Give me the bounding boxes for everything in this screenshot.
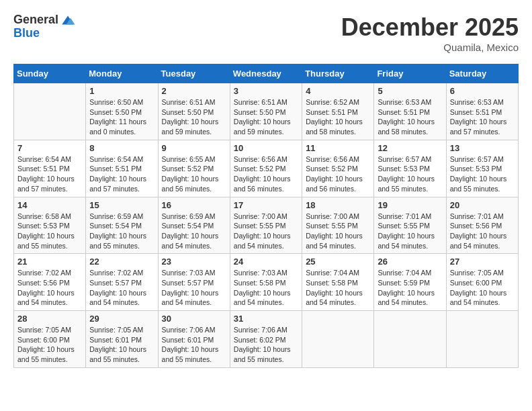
day-number: 12 [378, 143, 442, 153]
day-number: 20 [450, 200, 515, 210]
day-info: Sunrise: 7:00 AMSunset: 5:55 PMDaylight:… [234, 212, 298, 251]
day-cell: 1Sunrise: 6:50 AMSunset: 5:50 PMDaylight… [86, 83, 158, 140]
day-info: Sunrise: 6:51 AMSunset: 5:50 PMDaylight:… [162, 97, 226, 137]
day-number: 28 [17, 314, 82, 324]
day-info: Sunrise: 7:06 AMSunset: 6:01 PMDaylight:… [162, 325, 226, 365]
day-info: Sunrise: 6:59 AMSunset: 5:54 PMDaylight:… [89, 212, 154, 251]
logo-icon [60, 13, 76, 27]
day-info: Sunrise: 7:02 AMSunset: 5:56 PMDaylight:… [17, 268, 82, 308]
day-info: Sunrise: 7:04 AMSunset: 5:59 PMDaylight:… [378, 268, 442, 308]
page-header: General Blue December 2025 Quamila, Mexi… [13, 13, 519, 53]
col-header-sunday: Sunday [14, 64, 86, 83]
day-cell: 27Sunrise: 7:05 AMSunset: 6:00 PMDayligh… [446, 254, 518, 311]
day-number: 11 [306, 143, 370, 153]
day-info: Sunrise: 7:00 AMSunset: 5:55 PMDaylight:… [306, 212, 370, 251]
day-number: 10 [234, 143, 298, 153]
day-cell: 16Sunrise: 6:59 AMSunset: 5:54 PMDayligh… [158, 197, 230, 254]
day-cell: 24Sunrise: 7:03 AMSunset: 5:58 PMDayligh… [230, 254, 302, 311]
day-cell: 6Sunrise: 6:53 AMSunset: 5:51 PMDaylight… [446, 83, 518, 140]
day-info: Sunrise: 7:04 AMSunset: 5:58 PMDaylight:… [306, 268, 370, 308]
day-info: Sunrise: 7:05 AMSunset: 6:00 PMDaylight:… [17, 325, 82, 365]
week-row-5: 28Sunrise: 7:05 AMSunset: 6:00 PMDayligh… [14, 311, 519, 368]
day-cell: 14Sunrise: 6:58 AMSunset: 5:53 PMDayligh… [14, 197, 86, 254]
week-row-2: 7Sunrise: 6:54 AMSunset: 5:51 PMDaylight… [14, 140, 519, 197]
day-number: 9 [162, 143, 226, 153]
day-cell [446, 311, 518, 368]
day-cell: 18Sunrise: 7:00 AMSunset: 5:55 PMDayligh… [302, 197, 374, 254]
day-cell: 23Sunrise: 7:03 AMSunset: 5:57 PMDayligh… [158, 254, 230, 311]
day-info: Sunrise: 6:54 AMSunset: 5:51 PMDaylight:… [89, 154, 154, 194]
day-cell: 29Sunrise: 7:05 AMSunset: 6:01 PMDayligh… [86, 311, 158, 368]
day-cell: 28Sunrise: 7:05 AMSunset: 6:00 PMDayligh… [14, 311, 86, 368]
day-info: Sunrise: 7:06 AMSunset: 6:02 PMDaylight:… [234, 325, 298, 365]
day-cell: 31Sunrise: 7:06 AMSunset: 6:02 PMDayligh… [230, 311, 302, 368]
col-header-friday: Friday [374, 64, 446, 83]
location: Quamila, Mexico [341, 42, 519, 53]
day-number: 15 [89, 200, 154, 210]
day-number: 13 [450, 143, 515, 153]
day-cell: 2Sunrise: 6:51 AMSunset: 5:50 PMDaylight… [158, 83, 230, 140]
week-row-3: 14Sunrise: 6:58 AMSunset: 5:53 PMDayligh… [14, 197, 519, 254]
day-cell: 4Sunrise: 6:52 AMSunset: 5:51 PMDaylight… [302, 83, 374, 140]
day-number: 29 [89, 314, 154, 324]
col-header-tuesday: Tuesday [158, 64, 230, 83]
day-number: 24 [234, 257, 298, 267]
day-number: 31 [234, 314, 298, 324]
day-cell: 12Sunrise: 6:57 AMSunset: 5:53 PMDayligh… [374, 140, 446, 197]
week-row-4: 21Sunrise: 7:02 AMSunset: 5:56 PMDayligh… [14, 254, 519, 311]
day-info: Sunrise: 7:01 AMSunset: 5:55 PMDaylight:… [378, 212, 442, 251]
day-info: Sunrise: 6:51 AMSunset: 5:50 PMDaylight:… [234, 97, 298, 137]
col-header-saturday: Saturday [446, 64, 518, 83]
day-cell: 7Sunrise: 6:54 AMSunset: 5:51 PMDaylight… [14, 140, 86, 197]
day-number: 6 [450, 86, 515, 96]
day-number: 26 [378, 257, 442, 267]
day-number: 25 [306, 257, 370, 267]
day-info: Sunrise: 6:55 AMSunset: 5:52 PMDaylight:… [162, 154, 226, 194]
day-number: 4 [306, 86, 370, 96]
day-info: Sunrise: 7:05 AMSunset: 6:00 PMDaylight:… [450, 268, 515, 308]
day-cell [302, 311, 374, 368]
day-cell [374, 311, 446, 368]
day-info: Sunrise: 7:01 AMSunset: 5:56 PMDaylight:… [450, 212, 515, 251]
day-info: Sunrise: 6:53 AMSunset: 5:51 PMDaylight:… [450, 97, 515, 137]
day-cell: 22Sunrise: 7:02 AMSunset: 5:57 PMDayligh… [86, 254, 158, 311]
col-header-wednesday: Wednesday [230, 64, 302, 83]
calendar-table: SundayMondayTuesdayWednesdayThursdayFrid… [13, 64, 519, 368]
day-cell: 13Sunrise: 6:57 AMSunset: 5:53 PMDayligh… [446, 140, 518, 197]
title-block: December 2025 Quamila, Mexico [341, 13, 519, 53]
day-info: Sunrise: 6:57 AMSunset: 5:53 PMDaylight:… [450, 154, 515, 194]
day-info: Sunrise: 7:05 AMSunset: 6:01 PMDaylight:… [89, 325, 154, 365]
day-number: 8 [89, 143, 154, 153]
day-number: 2 [162, 86, 226, 96]
day-cell: 15Sunrise: 6:59 AMSunset: 5:54 PMDayligh… [86, 197, 158, 254]
day-cell [14, 83, 86, 140]
day-info: Sunrise: 7:02 AMSunset: 5:57 PMDaylight:… [89, 268, 154, 308]
day-info: Sunrise: 6:58 AMSunset: 5:53 PMDaylight:… [17, 212, 82, 251]
day-info: Sunrise: 6:52 AMSunset: 5:51 PMDaylight:… [306, 97, 370, 137]
day-cell: 10Sunrise: 6:56 AMSunset: 5:52 PMDayligh… [230, 140, 302, 197]
day-cell: 30Sunrise: 7:06 AMSunset: 6:01 PMDayligh… [158, 311, 230, 368]
day-number: 16 [162, 200, 226, 210]
day-cell: 25Sunrise: 7:04 AMSunset: 5:58 PMDayligh… [302, 254, 374, 311]
logo-blue-text: Blue [13, 27, 76, 40]
logo: General Blue [13, 13, 76, 40]
day-number: 1 [89, 86, 154, 96]
day-cell: 21Sunrise: 7:02 AMSunset: 5:56 PMDayligh… [14, 254, 86, 311]
col-header-thursday: Thursday [302, 64, 374, 83]
day-cell: 26Sunrise: 7:04 AMSunset: 5:59 PMDayligh… [374, 254, 446, 311]
day-number: 21 [17, 257, 82, 267]
day-info: Sunrise: 6:50 AMSunset: 5:50 PMDaylight:… [89, 97, 154, 137]
day-cell: 3Sunrise: 6:51 AMSunset: 5:50 PMDaylight… [230, 83, 302, 140]
day-info: Sunrise: 6:59 AMSunset: 5:54 PMDaylight:… [162, 212, 226, 251]
day-info: Sunrise: 6:57 AMSunset: 5:53 PMDaylight:… [378, 154, 442, 194]
day-number: 27 [450, 257, 515, 267]
day-cell: 9Sunrise: 6:55 AMSunset: 5:52 PMDaylight… [158, 140, 230, 197]
day-number: 22 [89, 257, 154, 267]
day-info: Sunrise: 6:56 AMSunset: 5:52 PMDaylight:… [306, 154, 370, 194]
day-number: 30 [162, 314, 226, 324]
logo-general-text: General [13, 13, 58, 27]
day-info: Sunrise: 6:56 AMSunset: 5:52 PMDaylight:… [234, 154, 298, 194]
month-title: December 2025 [341, 13, 519, 42]
day-number: 5 [378, 86, 442, 96]
day-cell: 19Sunrise: 7:01 AMSunset: 5:55 PMDayligh… [374, 197, 446, 254]
